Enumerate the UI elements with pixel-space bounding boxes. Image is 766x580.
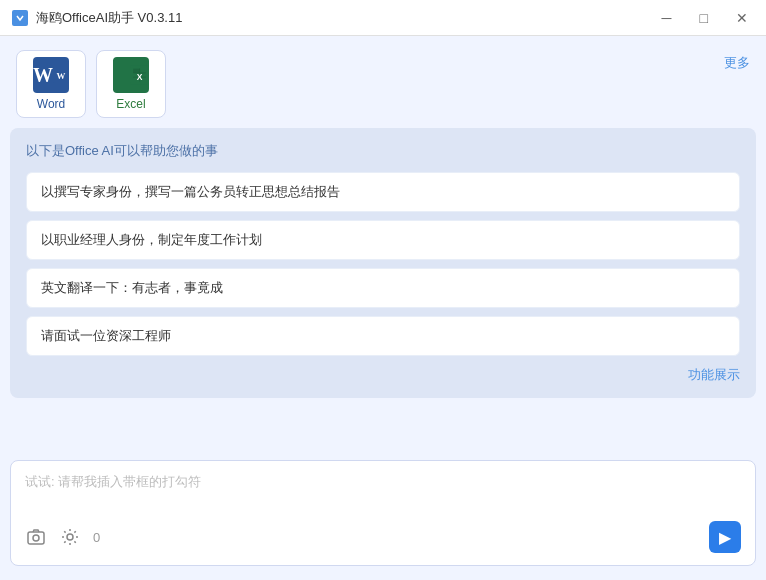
word-label: Word (37, 97, 65, 111)
minimize-button[interactable]: ─ (656, 8, 678, 28)
title-bar: 海鸥OfficeAI助手 V0.3.11 ─ □ ✕ (0, 0, 766, 36)
ai-footer: 功能展示 (26, 366, 740, 384)
word-button[interactable]: W Word (16, 50, 86, 118)
svg-point-11 (67, 534, 73, 540)
top-section: W Word X (0, 36, 766, 128)
title-bar-left: 海鸥OfficeAI助手 V0.3.11 (12, 9, 182, 27)
suggestion-item-3[interactable]: 请面试一位资深工程师 (26, 316, 740, 356)
maximize-button[interactable]: □ (694, 8, 714, 28)
ai-section-title: 以下是Office AI可以帮助您做的事 (26, 142, 740, 160)
svg-point-10 (33, 535, 39, 541)
svg-point-0 (15, 13, 25, 23)
close-button[interactable]: ✕ (730, 8, 754, 28)
suggestion-item-2[interactable]: 英文翻译一下：有志者，事竟成 (26, 268, 740, 308)
svg-rect-8 (133, 69, 139, 73)
word-icon-svg: W (53, 58, 69, 92)
send-arrow-icon: ▶ (719, 528, 731, 547)
input-box: 0 ▶ (10, 460, 756, 566)
svg-text:X: X (137, 72, 143, 82)
input-left-controls: 0 (25, 526, 100, 548)
svg-text:W: W (57, 71, 66, 81)
bottom-section: 0 ▶ (0, 398, 766, 580)
suggestion-item-0[interactable]: 以撰写专家身份，撰写一篇公务员转正思想总结报告 (26, 172, 740, 212)
suggestion-item-1[interactable]: 以职业经理人身份，制定年度工作计划 (26, 220, 740, 260)
excel-button[interactable]: X Excel (96, 50, 166, 118)
word-icon: W (33, 57, 69, 93)
excel-label: Excel (116, 97, 145, 111)
token-count: 0 (93, 530, 100, 545)
main-content: W Word X (0, 36, 766, 580)
app-title: 海鸥OfficeAI助手 V0.3.11 (36, 9, 182, 27)
chat-input[interactable] (25, 473, 741, 513)
app-icon (12, 10, 28, 26)
input-controls: 0 ▶ (25, 521, 741, 553)
screenshot-icon[interactable] (25, 526, 47, 548)
app-icons: W Word X (16, 50, 166, 118)
suggestion-list: 以撰写专家身份，撰写一篇公务员转正思想总结报告 以职业经理人身份，制定年度工作计… (26, 172, 740, 356)
window-controls: ─ □ ✕ (656, 8, 754, 28)
excel-icon: X (113, 57, 149, 93)
send-button[interactable]: ▶ (709, 521, 741, 553)
ai-section: 以下是Office AI可以帮助您做的事 以撰写专家身份，撰写一篇公务员转正思想… (10, 128, 756, 398)
excel-icon-svg: X (130, 58, 149, 92)
more-link[interactable]: 更多 (724, 54, 750, 72)
feature-link[interactable]: 功能展示 (688, 366, 740, 384)
svg-rect-9 (28, 532, 44, 544)
settings-icon[interactable] (59, 526, 81, 548)
